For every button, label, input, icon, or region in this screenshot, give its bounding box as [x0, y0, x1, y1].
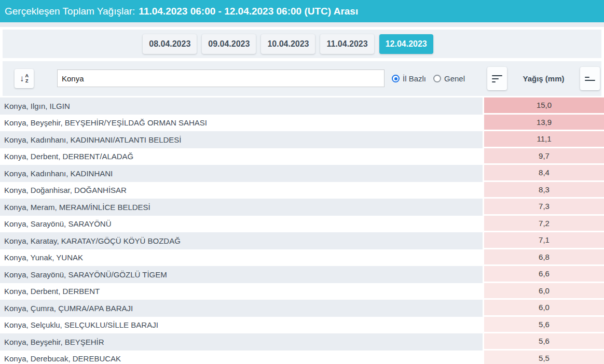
sort-descending-button[interactable] — [487, 67, 507, 90]
table-row: Konya, Meram, MERAM/İNLİCE BELDESİ7,3 — [0, 199, 604, 216]
station-cell: Konya, Kadınhanı, KADINHANI/ATLANTI BELD… — [0, 131, 483, 148]
station-cell: Konya, Selçuklu, SELÇUKLU/SİLLE BARAJI — [0, 317, 483, 334]
station-cell: Konya, Sarayönü, SARAYÖNÜ — [0, 216, 483, 233]
rainfall-value-cell: 8,3 — [484, 182, 604, 199]
rainfall-column-header: Yağış (mm) — [484, 61, 601, 96]
radio-il-bazli-label: İl Bazlı — [403, 74, 426, 83]
table-row: Konya, Sarayönü, SARAYÖNÜ7,2 — [0, 216, 604, 233]
table-row: Konya, Selçuklu, SELÇUKLU/SİLLE BARAJI5,… — [0, 317, 604, 334]
tab-12.04.2023[interactable]: 12.04.2023 — [379, 34, 433, 54]
table-row: Konya, Derbent, DERBENT/ALADAĞ9,7 — [0, 148, 604, 165]
station-cell: Konya, Doğanhisar, DOĞANHİSAR — [0, 182, 483, 199]
date-tabs: 08.04.202309.04.202310.04.202311.04.2023… — [140, 34, 436, 54]
station-cell: Konya, Beyşehir, BEYŞEHİR/YEŞİLDAĞ ORMAN… — [0, 115, 483, 132]
station-cell: Konya, Sarayönü, SARAYÖNÜ/GÖZLÜ TİGEM — [0, 266, 483, 283]
tab-08.04.2023[interactable]: 08.04.2023 — [143, 34, 197, 54]
station-cell: Konya, Karatay, KARATAY/GÖÇÜ KÖYÜ BOZDAĞ — [0, 232, 483, 249]
search-input[interactable] — [57, 69, 385, 87]
table-row: Konya, Karatay, KARATAY/GÖÇÜ KÖYÜ BOZDAĞ… — [0, 232, 604, 249]
rainfall-value-cell: 9,7 — [484, 148, 604, 165]
tab-10.04.2023[interactable]: 10.04.2023 — [261, 34, 315, 54]
sort-alphabetical-button[interactable]: ↓ AZ — [15, 69, 34, 88]
radio-genel[interactable]: Genel — [433, 74, 465, 83]
table-row: Konya, Ilgın, ILGIN15,0 — [0, 97, 604, 115]
tab-11.04.2023[interactable]: 11.04.2023 — [320, 34, 374, 54]
rainfall-app: Gerçekleşen Toplam Yağışlar: 11.04.2023 … — [0, 0, 604, 364]
sort-ascending-button[interactable] — [580, 67, 600, 90]
rainfall-value-cell: 11,1 — [484, 131, 604, 148]
app-header: Gerçekleşen Toplam Yağışlar: 11.04.2023 … — [0, 0, 604, 22]
station-cell: Konya, Yunak, YUNAK — [0, 249, 483, 267]
page-title: Gerçekleşen Toplam Yağışlar: — [5, 6, 135, 17]
rainfall-value-cell: 13,9 — [484, 115, 604, 132]
rainfall-value-cell: 5,6 — [484, 333, 604, 351]
table-row: Konya, Beyşehir, BEYŞEHİR5,6 — [0, 333, 604, 351]
page-title-date-range: 11.04.2023 06:00 - 12.04.2023 06:00 (UTC… — [139, 6, 358, 17]
table-row: Konya, Doğanhisar, DOĞANHİSAR8,3 — [0, 182, 604, 199]
radio-unselected-icon — [433, 75, 441, 82]
radio-genel-label: Genel — [444, 74, 465, 83]
station-cell: Konya, Çumra, ÇUMRA/APA BARAJI — [0, 300, 483, 317]
sort-descending-icon — [492, 75, 502, 82]
rainfall-value-cell: 15,0 — [484, 97, 604, 115]
filter-toolbar: ↓ AZ İl Bazlı Genel Yağış (mm) — [3, 61, 601, 96]
table-row: Konya, Beyşehir, BEYŞEHİR/YEŞİLDAĞ ORMAN… — [0, 115, 604, 132]
station-cell: Konya, Derebucak, DEREBUCAK — [0, 351, 483, 364]
station-cell: Konya, Kadınhanı, KADINHANI — [0, 165, 483, 182]
rainfall-value-cell: 7,3 — [484, 199, 604, 216]
rainfall-value-cell: 5,6 — [484, 317, 604, 334]
table-row: Konya, Yunak, YUNAK6,8 — [0, 249, 604, 267]
station-cell: Konya, Beyşehir, BEYŞEHİR — [0, 333, 483, 351]
table-row: Konya, Kadınhanı, KADINHANI/ATLANTI BELD… — [0, 131, 604, 148]
rainfall-value-cell: 6,0 — [484, 300, 604, 317]
radio-il-bazli[interactable]: İl Bazlı — [392, 74, 426, 83]
rainfall-column-title: Yağış (mm) — [523, 74, 564, 83]
header-substrip — [0, 22, 604, 27]
rainfall-value-cell: 8,4 — [484, 165, 604, 182]
rainfall-value-cell: 6,6 — [484, 266, 604, 283]
rainfall-value-cell: 5,5 — [484, 351, 604, 364]
sort-alphabetical-icon: ↓ AZ — [20, 74, 29, 83]
station-cell: Konya, Derbent, DERBENT/ALADAĞ — [0, 148, 483, 165]
rainfall-value-cell: 6,0 — [484, 283, 604, 300]
rainfall-value-cell: 7,2 — [484, 216, 604, 233]
table-row: Konya, Sarayönü, SARAYÖNÜ/GÖZLÜ TİGEM6,6 — [0, 266, 604, 283]
date-tabs-panel: 08.04.202309.04.202310.04.202311.04.2023… — [3, 30, 601, 58]
sort-ascending-icon — [585, 77, 595, 81]
table-row: Konya, Kadınhanı, KADINHANI8,4 — [0, 165, 604, 182]
filter-radio-group: İl Bazlı Genel — [392, 61, 465, 96]
radio-selected-icon — [392, 75, 400, 82]
station-cell: Konya, Derbent, DERBENT — [0, 283, 483, 300]
station-cell: Konya, Ilgın, ILGIN — [0, 97, 483, 115]
tab-09.04.2023[interactable]: 09.04.2023 — [202, 34, 256, 54]
rainfall-value-cell: 7,1 — [484, 232, 604, 249]
rainfall-value-cell: 6,8 — [484, 249, 604, 267]
station-cell: Konya, Meram, MERAM/İNLİCE BELDESİ — [0, 199, 483, 216]
table-row: Konya, Derbent, DERBENT6,0 — [0, 283, 604, 300]
table-row: Konya, Çumra, ÇUMRA/APA BARAJI6,0 — [0, 300, 604, 317]
table-row: Konya, Derebucak, DEREBUCAK5,5 — [0, 351, 604, 364]
station-table: Konya, Ilgın, ILGIN15,0Konya, Beyşehir, … — [0, 97, 604, 364]
